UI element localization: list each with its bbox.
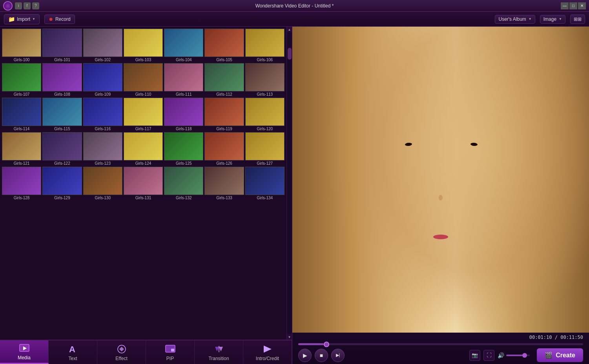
media-item[interactable]: Girls-113 [245,63,284,96]
screenshot-button[interactable]: 📷 [469,350,480,361]
media-label: Girls-123 [95,161,111,166]
media-thumbnail [124,132,163,160]
play-button[interactable]: ▶ [298,349,312,362]
media-item[interactable]: Girls-123 [83,132,122,166]
type-dropdown[interactable]: Image ▼ [540,15,565,24]
media-label: Girls-133 [216,196,232,200]
media-item[interactable]: Girls-132 [164,167,203,200]
step-forward-button[interactable]: ▶| [331,349,345,362]
icon-minimize-small[interactable]: i [15,2,22,9]
media-label: Girls-104 [176,58,192,62]
playback-slider[interactable] [298,343,583,345]
media-item[interactable]: Girls-104 [164,29,203,62]
scroll-track[interactable] [288,33,292,333]
media-item[interactable]: Girls-118 [164,98,203,131]
tab-icon-effect [116,344,127,355]
tab-media[interactable]: Media [0,340,49,364]
album-dropdown[interactable]: User's Album ▼ [495,15,535,24]
grid-view-button[interactable]: ⊞⊞ [570,15,585,24]
media-item[interactable]: Girls-128 [2,167,41,200]
tab-text[interactable]: A Text [49,340,97,364]
thumb-inner [246,29,284,56]
controls-row: ▶ ■ ▶| 📷 ⛶ 🔊 🎬 Create [298,348,583,362]
media-item[interactable]: Girls-108 [42,63,82,96]
media-item[interactable]: Girls-111 [164,63,203,96]
media-label: Girls-116 [95,127,111,131]
media-label: Girls-109 [95,92,111,96]
media-label: Girls-129 [54,196,70,200]
tab-effect[interactable]: Effect [97,340,146,364]
stop-button[interactable]: ■ [315,349,328,362]
media-thumbnail [42,167,82,195]
media-item[interactable]: Girls-100 [2,29,41,62]
maximize-button[interactable]: □ [569,2,577,9]
thumb-inner [164,133,203,160]
media-item[interactable]: Girls-105 [204,29,244,62]
volume-thumb[interactable] [522,353,527,358]
scroll-up-arrow[interactable]: ▲ [287,27,292,32]
media-item[interactable]: Girls-133 [204,167,244,200]
icon-help[interactable]: ? [32,2,39,9]
media-item[interactable]: Girls-124 [124,132,163,166]
tab-icon-intro-credit [262,344,273,355]
media-item[interactable]: Girls-103 [124,29,163,62]
media-item[interactable]: Girls-127 [245,132,284,166]
media-item[interactable]: Girls-110 [124,63,163,96]
media-thumbnail [164,29,203,57]
media-label: Girls-120 [257,127,273,131]
media-item[interactable]: Girls-117 [124,98,163,131]
media-label: Girls-122 [54,161,70,166]
tab-pip[interactable]: PIP [146,340,195,364]
volume-icon[interactable]: 🔊 [498,352,504,359]
media-label: Girls-105 [216,58,232,62]
fullscreen-button[interactable]: ⛶ [483,350,494,361]
close-button[interactable]: ✕ [578,2,586,9]
media-item[interactable]: Girls-129 [42,167,82,200]
media-item[interactable]: Girls-101 [42,29,82,62]
media-item[interactable]: Girls-121 [2,132,41,166]
media-item[interactable]: Girls-122 [42,132,82,166]
media-item[interactable]: Girls-115 [42,98,82,131]
playback-fill [298,343,324,345]
tab-transition[interactable]: Transition [195,340,243,364]
preview-area [292,27,589,333]
record-button[interactable]: ⏺ Record [44,15,75,24]
icon-facebook[interactable]: f [24,2,31,9]
vertical-scrollbar[interactable]: ▲ ▼ [286,27,292,340]
media-item[interactable]: Girls-131 [124,167,163,200]
scroll-thumb[interactable] [288,48,292,60]
media-item[interactable]: Girls-125 [164,132,203,166]
media-item[interactable]: Girls-130 [83,167,122,200]
media-label: Girls-112 [216,92,232,96]
scroll-down-arrow[interactable]: ▼ [287,334,292,340]
media-thumbnail [164,63,203,91]
media-item[interactable]: Girls-107 [2,63,41,96]
tab-intro-credit[interactable]: Intro/Credit [243,340,292,364]
minimize-button[interactable]: — [561,2,569,9]
import-button[interactable]: 📁 Import ▼ [4,14,40,24]
volume-slider[interactable] [506,355,530,356]
media-item[interactable]: Girls-114 [2,98,41,131]
media-item[interactable]: Girls-119 [204,98,244,131]
media-item[interactable]: Girls-106 [245,29,284,62]
tab-icon-transition [213,344,224,355]
media-item[interactable]: Girls-120 [245,98,284,131]
media-item[interactable]: Girls-126 [204,132,244,166]
playback-thumb[interactable] [324,342,329,347]
media-item[interactable]: Girls-109 [83,63,122,96]
thumb-inner [164,29,203,56]
main-area: Girls-100 Girls-101 Girls-102 Girls-103 … [0,27,589,364]
media-item[interactable]: Girls-112 [204,63,244,96]
media-label: Girls-124 [135,161,151,166]
media-item[interactable]: Girls-102 [83,29,122,62]
create-button[interactable]: 🎬 Create [537,348,583,362]
media-thumbnail [124,167,163,195]
preview-face [292,27,589,333]
media-item[interactable]: Girls-134 [245,167,284,200]
media-thumbnail [42,63,82,91]
media-item[interactable]: Girls-116 [83,98,122,131]
media-thumbnail [245,29,284,57]
media-thumbnail [2,98,41,126]
thumb-inner [2,29,41,56]
tab-label-transition: Transition [208,356,229,361]
